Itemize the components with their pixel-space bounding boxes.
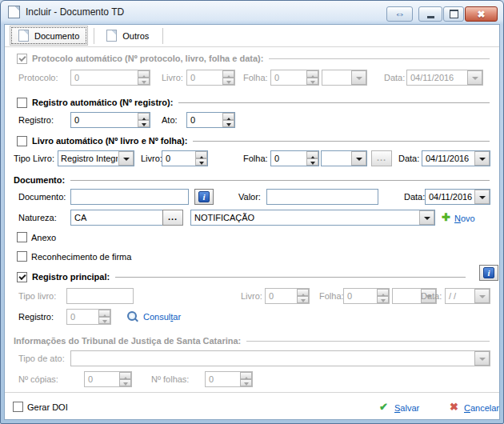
folha-spinner[interactable]: 0 — [270, 150, 319, 166]
spin-down-icon[interactable] — [306, 78, 318, 85]
natureza-combo[interactable]: NOTIFICAÇÃO — [190, 210, 435, 226]
livro-spinner[interactable]: 0 — [162, 150, 208, 166]
natureza-combo-value: NOTIFICAÇÃO — [191, 210, 418, 225]
data-label: Data: — [421, 288, 442, 304]
documento-label: Documento: — [18, 189, 66, 205]
spin-up-icon[interactable] — [377, 289, 389, 296]
registro-value: 0 — [71, 113, 137, 127]
livro-value: 0 — [162, 151, 194, 166]
document-icon — [18, 30, 29, 42]
spin-up-icon[interactable] — [195, 151, 207, 158]
data-value: 04/11/2016 — [407, 70, 466, 85]
close-button[interactable]: ✖ — [465, 6, 498, 22]
registro-principal-info-button[interactable]: i — [479, 265, 498, 281]
anexo-label: Anexo — [31, 230, 56, 246]
gerar-doi-checkbox[interactable] — [13, 402, 23, 412]
chevron-down-icon[interactable] — [474, 289, 490, 303]
chevron-down-icon[interactable] — [474, 351, 490, 366]
spinner-buttons — [306, 151, 318, 166]
natureza-browse-button[interactable]: ... — [162, 210, 183, 226]
livro-spinner[interactable]: 0 — [265, 288, 310, 304]
registro-spinner[interactable]: 0 — [70, 112, 150, 128]
tipo-livro-input[interactable] — [66, 288, 134, 304]
data-combo[interactable]: 04/11/2016 — [406, 70, 483, 86]
registro-spinner[interactable]: 0 — [66, 309, 111, 325]
minimize-icon — [427, 16, 434, 18]
section-protocolo-automatico: Protocolo automático (Nº protocolo, livr… — [17, 52, 490, 65]
natureza-code-input[interactable]: CA — [70, 210, 163, 226]
chevron-down-icon[interactable] — [419, 210, 434, 225]
chevron-down-icon[interactable] — [351, 70, 366, 85]
spin-down-icon[interactable] — [119, 379, 131, 386]
valor-input[interactable] — [266, 189, 378, 205]
spinner-buttons — [98, 310, 110, 324]
protocolo-automatico-checkbox[interactable] — [17, 54, 27, 64]
spin-down-icon[interactable] — [138, 78, 150, 85]
spin-up-icon[interactable] — [306, 151, 318, 158]
novo-link[interactable]: Novo — [454, 212, 475, 225]
folha-combo[interactable] — [321, 150, 367, 166]
section-title: Documento: — [14, 175, 65, 185]
resize-button[interactable]: ⇔ — [386, 6, 413, 22]
data-value: 04/11/2016 — [426, 190, 474, 204]
spin-up-icon[interactable] — [138, 70, 150, 78]
spin-up-icon[interactable] — [119, 372, 131, 379]
spin-up-icon[interactable] — [98, 310, 110, 317]
spin-up-icon[interactable] — [306, 70, 318, 78]
spin-down-icon[interactable] — [297, 296, 309, 303]
consultar-link[interactable]: Consultar — [143, 310, 181, 323]
spin-down-icon[interactable] — [306, 158, 318, 166]
salvar-button[interactable]: Salvar — [394, 402, 419, 414]
tipo-ato-combo[interactable] — [70, 350, 490, 366]
folha-spinner[interactable]: 0 — [343, 288, 390, 304]
registro-automatico-checkbox[interactable] — [17, 98, 27, 108]
livro-automatico-checkbox[interactable] — [17, 136, 27, 146]
spin-up-icon[interactable] — [297, 289, 309, 296]
spin-down-icon[interactable] — [377, 296, 389, 303]
data-label: Data: — [404, 189, 425, 205]
chevron-down-icon[interactable] — [474, 151, 490, 166]
cancelar-button[interactable]: Cancelar — [464, 402, 499, 414]
spin-down-icon[interactable] — [222, 78, 234, 85]
chevron-down-icon[interactable] — [351, 151, 366, 166]
data-combo[interactable]: 04/11/2016 — [425, 189, 490, 205]
spin-down-icon[interactable] — [195, 158, 207, 166]
documento-info-button[interactable]: i — [194, 189, 214, 205]
registro-principal-checkbox[interactable] — [17, 272, 27, 282]
chevron-down-icon[interactable] — [118, 151, 134, 166]
spin-up-icon[interactable] — [138, 113, 150, 120]
minimize-button[interactable] — [418, 6, 442, 22]
maximize-button[interactable] — [443, 6, 464, 22]
dialog-window: Incluir - Documento TD ⇔ ✖ Documento Out… — [0, 0, 504, 424]
spin-down-icon[interactable] — [138, 120, 150, 127]
data-combo[interactable]: / / — [445, 288, 490, 304]
folha-combo[interactable] — [322, 70, 367, 86]
reconhecimento-firma-checkbox[interactable] — [17, 251, 27, 262]
num-copias-spinner[interactable]: 0 — [84, 371, 132, 387]
documento-input[interactable] — [70, 189, 189, 205]
section-rule — [193, 141, 490, 142]
livro-spinner[interactable]: 0 — [186, 70, 235, 86]
spin-down-icon[interactable] — [98, 317, 110, 324]
folha-spinner[interactable]: 0 — [270, 70, 319, 86]
spin-up-icon[interactable] — [222, 113, 234, 120]
tipo-livro-combo[interactable]: Registro Integral — [58, 150, 134, 166]
spin-up-icon[interactable] — [222, 70, 234, 78]
protocolo-spinner[interactable]: 0 — [70, 70, 150, 86]
anexo-checkbox[interactable] — [17, 232, 27, 242]
protocolo-value: 0 — [71, 70, 137, 85]
chevron-down-icon[interactable] — [474, 190, 490, 204]
num-copias-label: Nº cópias: — [18, 371, 58, 387]
spin-up-icon[interactable] — [240, 372, 252, 379]
tab-outros[interactable]: Outros — [98, 26, 157, 45]
data-combo[interactable]: 04/11/2016 — [422, 150, 490, 166]
registro-value: 0 — [67, 310, 98, 324]
spin-down-icon[interactable] — [222, 120, 234, 127]
spin-down-icon[interactable] — [240, 379, 252, 386]
browse-button[interactable]: ... — [371, 150, 392, 166]
tab-documento[interactable]: Documento — [10, 26, 88, 46]
chevron-down-icon[interactable] — [467, 70, 482, 85]
ellipsis-icon: ... — [377, 153, 386, 162]
num-folhas-spinner[interactable]: 0 — [205, 371, 253, 387]
ato-spinner[interactable]: 0 — [186, 112, 235, 128]
